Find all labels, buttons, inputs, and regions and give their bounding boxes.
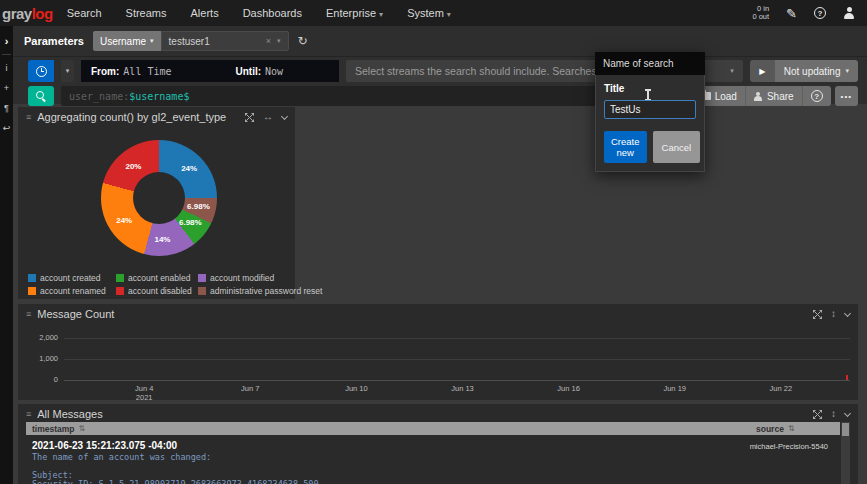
mc-bar[interactable]: [846, 375, 848, 380]
nav-dashboards[interactable]: Dashboards: [243, 7, 302, 19]
pie-hole: [133, 172, 185, 224]
play-icon[interactable]: ▶: [750, 60, 775, 82]
cancel-button[interactable]: Cancel: [653, 131, 701, 163]
drag-handle-icon[interactable]: ≡: [26, 112, 31, 122]
message-timestamp: 2021-06-23 15:21:23.075 -04:00: [32, 440, 177, 451]
chevron-down-icon: ▾: [379, 10, 383, 19]
expand-sidebar-icon[interactable]: ›: [5, 31, 9, 51]
parameters-label: Parameters: [24, 35, 84, 47]
left-sidebar: › i + ¶ ↩: [0, 26, 13, 484]
scrollbar-thumb[interactable]: [842, 423, 849, 436]
graylog-logo[interactable]: graylog: [2, 5, 53, 22]
widget-title: Message Count: [37, 308, 114, 320]
gridline: [64, 359, 850, 360]
legend-swatch: [28, 274, 36, 282]
parameters-bar: Parameters Username▾ testuser1 × ▾ ↻: [13, 26, 867, 57]
not-updating-button[interactable]: Not updating▾: [775, 60, 858, 82]
messages-table-header: timestamp ⇅ source ⇅: [26, 422, 840, 435]
drag-handle-icon[interactable]: ≡: [26, 409, 31, 419]
legend-swatch: [198, 287, 206, 295]
chevron-down-icon[interactable]: [844, 409, 851, 416]
pie-donut[interactable]: 24% 6.98% 6.98% 14% 24% 20%: [101, 140, 217, 256]
aggregation-widget: ≡ Aggregating count() by gl2_event_type …: [18, 107, 295, 299]
edit-icon[interactable]: ✎: [786, 6, 797, 21]
nav-right: 0 in 0 out ✎ ?: [752, 5, 855, 22]
top-nav: graylog Search Streams Alerts Dashboards…: [0, 0, 867, 26]
chevron-down-icon: ▾: [150, 37, 154, 45]
legend-swatch: [28, 287, 36, 295]
pie-legend: account created account enabled account …: [28, 273, 291, 296]
nav-streams[interactable]: Streams: [126, 7, 167, 19]
legend-item[interactable]: account enabled: [116, 273, 198, 283]
x-tick-label: Jun 42021: [135, 384, 153, 402]
pie-slice-label: 6.98%: [179, 218, 202, 227]
more-actions-button[interactable]: •••: [835, 86, 858, 106]
parameter-name-button[interactable]: Username▾: [93, 31, 161, 51]
sort-icon[interactable]: ⇅: [788, 424, 795, 433]
person-icon: [754, 92, 763, 101]
chevron-down-icon: ▾: [447, 10, 451, 19]
vertical-resize-icon[interactable]: ↕: [831, 309, 836, 319]
legend-item[interactable]: account disabled: [116, 286, 198, 296]
time-range-button[interactable]: [28, 60, 54, 82]
legend-item[interactable]: administrative password reset: [198, 286, 322, 296]
share-button[interactable]: Share: [746, 86, 803, 106]
pie-slice-label: 24%: [181, 163, 197, 172]
title-input[interactable]: [604, 100, 696, 119]
focus-widget-icon[interactable]: [245, 113, 254, 122]
search-controls: ▾ From: All Time Until: Now Select strea…: [13, 57, 867, 104]
info-icon[interactable]: i: [6, 58, 8, 78]
user-icon[interactable]: [843, 7, 855, 19]
chevron-down-icon[interactable]: [281, 112, 288, 119]
time-range-caret[interactable]: ▾: [61, 60, 74, 82]
x-tick-label: Jun 13: [451, 384, 474, 393]
query-input[interactable]: user_name: $username$: [61, 86, 633, 106]
timestamp-column-header[interactable]: timestamp: [32, 424, 75, 434]
sidebar-divider: [2, 54, 11, 55]
y-tick-label: 2,000: [24, 333, 58, 342]
save-search-popup: Name of search Title Create new Cancel: [595, 52, 705, 172]
refresh-icon[interactable]: ↻: [298, 34, 308, 48]
focus-widget-icon[interactable]: [813, 410, 822, 419]
nav-search[interactable]: Search: [67, 7, 102, 19]
clock-icon: [36, 66, 47, 77]
focus-widget-icon[interactable]: [813, 310, 822, 319]
x-tick-label: Jun 7: [241, 384, 259, 393]
time-range-display[interactable]: From: All Time Until: Now: [81, 60, 339, 82]
clear-icon[interactable]: ×: [266, 36, 271, 46]
create-new-button[interactable]: Create new: [604, 131, 647, 163]
message-count-widget: ≡ Message Count ↕ 2,000 1,000 0 Jun 4202…: [18, 304, 858, 400]
message-text: The name of an account was changed:: [32, 452, 211, 462]
drag-handle-icon[interactable]: ≡: [26, 309, 31, 319]
throughput-indicator: 0 in 0 out: [752, 5, 769, 22]
chevron-down-icon[interactable]: ▾: [277, 37, 281, 45]
parameter-value-field[interactable]: testuser1 × ▾: [161, 31, 289, 51]
popup-title: Name of search: [595, 52, 705, 75]
nav-alerts[interactable]: Alerts: [191, 7, 219, 19]
table-scrollbar[interactable]: [841, 422, 850, 484]
undo-icon[interactable]: ↩: [3, 118, 11, 138]
add-icon[interactable]: +: [4, 78, 9, 98]
fields-icon[interactable]: ¶: [4, 98, 9, 118]
sort-icon[interactable]: ⇅: [79, 424, 86, 433]
source-column-header[interactable]: source: [756, 424, 784, 434]
nav-enterprise[interactable]: Enterprise▾: [326, 7, 383, 19]
y-tick-label: 0: [24, 375, 58, 384]
username-parameter: Username▾ testuser1 × ▾: [93, 31, 289, 51]
horizontal-resize-icon[interactable]: ↔: [263, 112, 273, 122]
legend-item[interactable]: account modified: [198, 273, 322, 283]
help-icon[interactable]: ?: [814, 7, 826, 19]
x-tick-label: Jun 10: [345, 384, 368, 393]
legend-item[interactable]: account renamed: [28, 286, 116, 296]
chevron-down-icon: ▾: [730, 67, 734, 75]
search-submit-button[interactable]: [28, 86, 54, 106]
message-source: michael-Precision-5540: [750, 442, 828, 451]
vertical-resize-icon[interactable]: ↕: [831, 409, 836, 419]
x-axis-labels: Jun 42021 Jun 7 Jun 10 Jun 13 Jun 16 Jun…: [64, 384, 850, 400]
query-help-button[interactable]: ?: [803, 86, 831, 106]
legend-item[interactable]: account created: [28, 273, 116, 283]
all-messages-widget: ≡ All Messages ↕ timestamp ⇅ source ⇅ 20…: [18, 404, 858, 484]
search-icon: [35, 90, 47, 102]
nav-system[interactable]: System▾: [407, 7, 451, 19]
chevron-down-icon[interactable]: [844, 309, 851, 316]
